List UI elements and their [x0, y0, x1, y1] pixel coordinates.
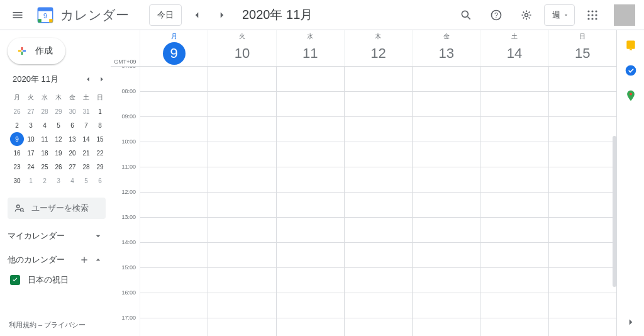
day-column-header[interactable]: 日15 [548, 30, 616, 66]
time-cell[interactable] [345, 142, 412, 167]
search-button[interactable] [453, 3, 479, 28]
time-cell[interactable] [549, 243, 616, 268]
mini-day-cell[interactable]: 17 [24, 146, 38, 160]
help-button[interactable]: ? [484, 3, 509, 28]
mini-day-cell[interactable]: 7 [79, 118, 93, 132]
day-column[interactable] [276, 67, 344, 336]
time-cell[interactable] [413, 293, 480, 318]
time-cell[interactable] [345, 92, 412, 117]
time-cell[interactable] [277, 268, 344, 293]
time-cell[interactable] [140, 167, 208, 193]
mini-day-cell[interactable]: 29 [52, 104, 65, 118]
prev-week-button[interactable] [187, 5, 207, 25]
mini-day-cell[interactable]: 27 [24, 104, 38, 118]
mini-day-cell[interactable]: 21 [79, 146, 93, 160]
mini-day-cell[interactable]: 26 [10, 104, 24, 118]
day-column[interactable] [412, 67, 480, 336]
mini-day-cell[interactable]: 27 [65, 160, 79, 174]
time-cell[interactable] [480, 318, 548, 336]
time-cell[interactable] [208, 92, 275, 117]
time-cell[interactable] [345, 167, 412, 193]
time-cell[interactable] [480, 243, 548, 268]
day-column[interactable] [344, 67, 412, 336]
mini-day-cell[interactable]: 23 [10, 160, 24, 174]
time-cell[interactable] [208, 117, 275, 142]
time-cell[interactable] [208, 142, 275, 167]
my-calendars-section[interactable]: マイカレンダー [8, 224, 111, 248]
day-column[interactable] [548, 67, 616, 336]
date-number[interactable]: 9 [163, 42, 186, 65]
mini-day-cell[interactable]: 30 [10, 174, 24, 188]
mini-day-cell[interactable]: 16 [10, 146, 24, 160]
time-cell[interactable] [277, 243, 344, 268]
day-column-header[interactable]: 土14 [480, 30, 548, 66]
time-cell[interactable] [549, 92, 616, 117]
mini-day-cell[interactable]: 12 [52, 132, 65, 146]
day-column[interactable] [140, 67, 208, 336]
time-cell[interactable] [140, 293, 208, 318]
day-column-header[interactable]: 月9 [140, 30, 208, 66]
time-cell[interactable] [140, 67, 208, 92]
mini-day-cell[interactable]: 8 [93, 118, 107, 132]
time-cell[interactable] [413, 193, 480, 218]
mini-day-cell[interactable]: 3 [52, 174, 65, 188]
time-cell[interactable] [413, 167, 480, 193]
time-cell[interactable] [345, 193, 412, 218]
date-number[interactable]: 15 [571, 42, 594, 65]
maps-icon[interactable] [625, 89, 637, 102]
time-cell[interactable] [140, 218, 208, 243]
time-cell[interactable] [549, 167, 616, 193]
mini-day-cell[interactable]: 30 [65, 104, 79, 118]
time-cell[interactable] [549, 293, 616, 318]
time-cell[interactable] [413, 142, 480, 167]
time-cell[interactable] [413, 318, 480, 336]
mini-day-cell[interactable]: 14 [79, 132, 93, 146]
add-icon[interactable] [79, 255, 89, 265]
time-cell[interactable] [345, 318, 412, 336]
mini-next-month[interactable] [96, 73, 108, 86]
time-cell[interactable] [345, 117, 412, 142]
scrollbar[interactable] [613, 136, 616, 287]
footer-links[interactable]: 利用規約 – プライバシー [8, 316, 111, 336]
time-cell[interactable] [345, 268, 412, 293]
time-cell[interactable] [277, 92, 344, 117]
mini-day-cell[interactable]: 29 [93, 160, 107, 174]
mini-day-cell[interactable]: 4 [38, 118, 52, 132]
time-cell[interactable] [277, 142, 344, 167]
time-cell[interactable] [208, 218, 275, 243]
time-cell[interactable] [480, 67, 548, 92]
week-grid[interactable]: 07:0008:0009:0010:0011:0012:0013:0014:00… [111, 67, 616, 336]
time-cell[interactable] [277, 218, 344, 243]
tasks-icon[interactable] [625, 64, 637, 77]
time-cell[interactable] [413, 218, 480, 243]
mini-day-cell[interactable]: 19 [52, 146, 65, 160]
time-cell[interactable] [345, 218, 412, 243]
settings-button[interactable] [514, 3, 539, 28]
mini-day-cell[interactable]: 3 [24, 118, 38, 132]
date-number[interactable]: 14 [503, 42, 526, 65]
checkbox-checked-icon[interactable] [10, 275, 20, 285]
side-panel-toggle[interactable] [621, 312, 641, 332]
time-cell[interactable] [480, 193, 548, 218]
time-cell[interactable] [549, 142, 616, 167]
time-cell[interactable] [208, 193, 275, 218]
time-cell[interactable] [277, 293, 344, 318]
day-column[interactable] [208, 67, 275, 336]
time-cell[interactable] [208, 318, 275, 336]
mini-day-cell[interactable]: 15 [93, 132, 107, 146]
view-selector[interactable]: 週 [544, 4, 575, 26]
main-menu-button[interactable] [5, 3, 30, 28]
time-cell[interactable] [277, 67, 344, 92]
time-cell[interactable] [480, 218, 548, 243]
mini-day-cell[interactable]: 1 [93, 104, 107, 118]
mini-day-cell[interactable]: 9 [10, 132, 24, 146]
mini-day-cell[interactable]: 2 [38, 174, 52, 188]
time-cell[interactable] [413, 92, 480, 117]
time-cell[interactable] [208, 167, 275, 193]
mini-day-cell[interactable]: 22 [93, 146, 107, 160]
time-cell[interactable] [549, 218, 616, 243]
time-cell[interactable] [480, 92, 548, 117]
time-cell[interactable] [140, 92, 208, 117]
keep-icon[interactable] [625, 39, 637, 52]
create-button[interactable]: 作成 [8, 38, 65, 64]
